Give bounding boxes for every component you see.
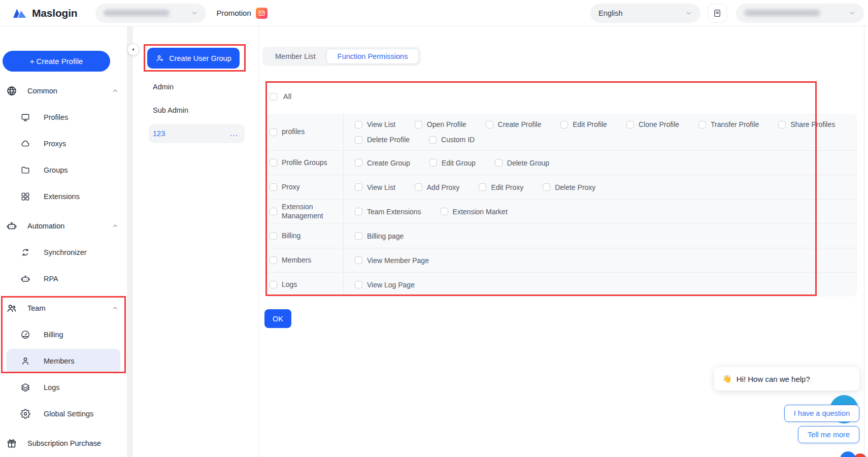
create-user-group-label: Create User Group — [169, 54, 231, 62]
permission-option-open-profile: Open Profile — [415, 120, 466, 128]
tab-member-list[interactable]: Member List — [264, 49, 326, 64]
checkbox-team-extensions[interactable] — [355, 208, 362, 215]
page: Maslogin Promotion English — [0, 0, 868, 457]
sidebar: + Create Profile Common Profiles Proxys … — [0, 26, 127, 457]
checkbox-view-log-page[interactable] — [355, 281, 362, 288]
sidebar-nav: Common Profiles Proxys Groups Extensions… — [0, 78, 127, 456]
chevron-up-icon — [112, 222, 119, 230]
chat-option-more-button[interactable]: Tell me more — [798, 426, 859, 443]
sidebar-item-label: Billing — [44, 331, 63, 339]
checkbox-open-profile[interactable] — [415, 121, 422, 128]
checkbox-profile-groups[interactable] — [270, 159, 277, 167]
sidebar-item-members[interactable]: Members — [0, 348, 127, 374]
docs-button[interactable] — [708, 4, 727, 23]
all-checkbox[interactable] — [270, 93, 277, 101]
ok-button[interactable]: OK — [264, 309, 291, 328]
gauge-icon — [20, 330, 30, 340]
sidebar-section-label: Common — [27, 87, 57, 95]
sidebar-item-label: Extensions — [44, 192, 80, 201]
checkbox-share-profiles[interactable] — [778, 121, 786, 128]
chat-channel-blue-icon[interactable] — [840, 451, 856, 457]
chevron-up-icon — [112, 87, 119, 94]
permission-option-label: Extension Market — [453, 208, 508, 216]
checkbox-billing-page[interactable] — [355, 232, 362, 240]
cloud-icon — [20, 139, 30, 149]
chat-option-question-button[interactable]: I have a question — [784, 405, 859, 422]
permission-option-delete-profile: Delete Profile — [355, 136, 410, 144]
user-group-item-sub-admin[interactable]: Sub Admin — [149, 99, 245, 122]
user-plus-icon — [155, 54, 164, 63]
user-group-item-123[interactable]: 123 ... — [149, 124, 245, 143]
promotion-link[interactable]: Promotion — [216, 8, 267, 19]
checkbox-extension-market[interactable] — [441, 208, 448, 215]
group-menu-ellipsis-icon[interactable]: ... — [230, 130, 239, 138]
account-selector[interactable] — [736, 4, 864, 23]
permission-option-share-profiles: Share Profiles — [778, 120, 835, 128]
checkbox-transfer-profile[interactable] — [698, 121, 706, 128]
permission-option-view-log-page: View Log Page — [355, 281, 415, 289]
sidebar-item-subscription-purchase[interactable]: Subscription Purchase — [0, 430, 127, 456]
checkbox-create-group[interactable] — [355, 159, 362, 167]
tab-function-permissions[interactable]: Function Permissions — [326, 49, 419, 64]
checkbox-billing[interactable] — [270, 232, 277, 240]
checkbox-view-member-page[interactable] — [355, 256, 362, 264]
checkbox-delete-proxy[interactable] — [543, 183, 550, 191]
sidebar-collapse-button[interactable] — [127, 44, 139, 55]
checkbox-profiles[interactable] — [270, 128, 277, 136]
permission-row-members: Members View Member Page — [266, 248, 857, 272]
checkbox-delete-group[interactable] — [495, 159, 503, 167]
sidebar-item-extensions[interactable]: Extensions — [0, 183, 127, 210]
checkbox-view-list[interactable] — [355, 183, 362, 191]
sidebar-section-common[interactable]: Common — [0, 78, 127, 104]
sidebar-item-label: RPA — [44, 275, 58, 283]
checkbox-view-list[interactable] — [355, 121, 362, 128]
permission-category-label: Proxy — [282, 183, 300, 192]
workspace-selector[interactable] — [95, 4, 206, 23]
sidebar-item-global-settings[interactable]: Global Settings — [0, 401, 127, 427]
user-group-item-admin[interactable]: Admin — [149, 75, 245, 99]
sidebar-item-billing[interactable]: Billing — [0, 321, 127, 348]
checkbox-delete-profile[interactable] — [355, 136, 362, 144]
permission-option-extension-market: Extension Market — [441, 208, 508, 216]
sidebar-item-label: Logs — [44, 383, 59, 391]
create-profile-button[interactable]: + Create Profile — [3, 51, 110, 72]
scrollbar-track[interactable] — [864, 26, 864, 457]
sidebar-item-profiles[interactable]: Profiles — [0, 104, 127, 130]
checkbox-edit-proxy[interactable] — [479, 183, 486, 191]
robot-icon — [20, 274, 30, 284]
language-selector[interactable]: English — [590, 4, 700, 23]
permission-option-label: Edit Profile — [573, 120, 607, 128]
checkbox-edit-group[interactable] — [429, 159, 437, 167]
chevron-up-icon — [112, 305, 119, 312]
chat-greeting-text: Hi! How can we help? — [737, 375, 810, 383]
checkbox-edit-profile[interactable] — [560, 121, 568, 128]
user-group-label: Admin — [153, 83, 174, 91]
permission-option-edit-group: Edit Group — [429, 159, 476, 167]
sidebar-item-rpa[interactable]: RPA — [0, 266, 127, 292]
checkbox-add-proxy[interactable] — [415, 183, 422, 191]
sidebar-section-automation[interactable]: Automation — [0, 213, 127, 239]
sidebar-item-synchronizer[interactable]: Synchronizer — [0, 239, 127, 266]
sidebar-item-label: Global Settings — [44, 410, 93, 418]
sidebar-item-groups[interactable]: Groups — [0, 157, 127, 183]
permission-option-label: Edit Group — [442, 159, 476, 167]
permission-option-label: Billing page — [367, 232, 404, 240]
permission-option-label: Delete Proxy — [555, 183, 595, 191]
sidebar-item-logs[interactable]: Logs — [0, 374, 127, 401]
checkbox-extension-management[interactable] — [270, 208, 277, 215]
permission-option-label: Transfer Profile — [711, 120, 759, 128]
checkbox-clone-profile[interactable] — [626, 121, 634, 128]
checkbox-custom-id[interactable] — [429, 136, 437, 144]
permission-option-label: View List — [367, 120, 395, 128]
checkbox-create-profile[interactable] — [486, 121, 493, 128]
sidebar-item-proxys[interactable]: Proxys — [0, 130, 127, 157]
create-user-group-button[interactable]: Create User Group — [147, 48, 240, 69]
checkbox-proxy[interactable] — [270, 183, 277, 191]
checkbox-members[interactable] — [270, 256, 277, 264]
permission-category-label: Extension Management — [282, 203, 339, 220]
sidebar-section-team[interactable]: Team — [0, 295, 127, 321]
permission-option-label: Edit Proxy — [491, 183, 523, 191]
checkbox-logs[interactable] — [270, 281, 277, 288]
permission-option-label: Team Extensions — [367, 208, 421, 216]
permission-row-extension-management: Extension Management Team Extensions Ext… — [266, 199, 857, 223]
